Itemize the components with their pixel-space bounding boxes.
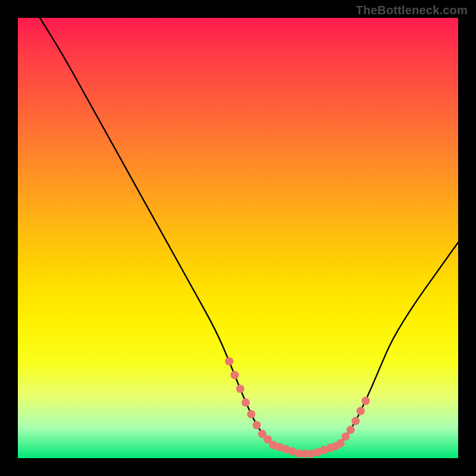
curve-marker [336,439,345,447]
outer-frame: TheBottleneck.com [0,0,476,476]
curve-marker [342,433,350,441]
plot-area [18,18,458,458]
main-curve [40,18,458,454]
curve-marker [346,425,355,434]
curve-marker [362,397,370,405]
watermark-text: TheBottleneck.com [356,4,468,17]
curve-marker [356,407,365,415]
dot-cluster-floor [269,441,334,458]
curve-marker [252,421,261,430]
curve-marker [225,357,233,365]
curve-marker [352,417,360,425]
curve-marker [236,385,245,393]
curve-marker [230,371,239,379]
curve-marker [242,399,250,407]
curve-svg [18,18,458,458]
curve-marker [247,410,255,418]
